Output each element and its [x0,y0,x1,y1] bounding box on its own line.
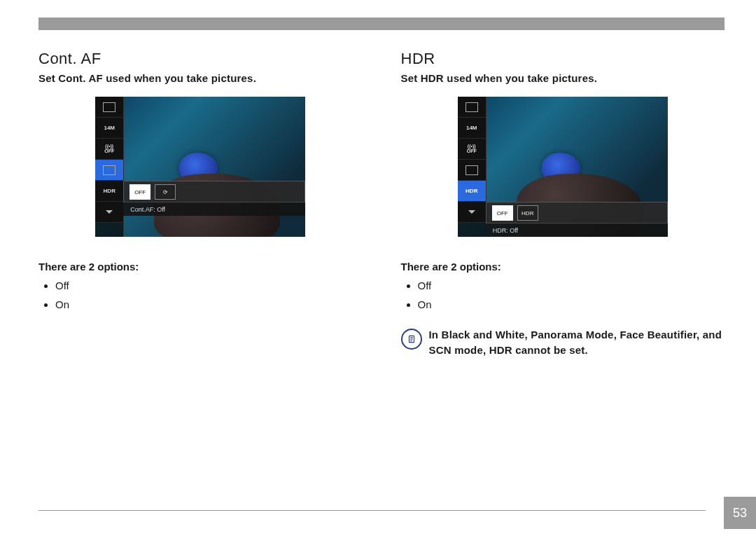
section-title-hdr: HDR [401,50,725,68]
left-column: Cont. AF Set Cont. AF used when you take… [38,50,363,358]
header-bar [38,18,724,30]
option-off: Off [55,280,363,291]
sidebar-icon-resolution: 14M [95,118,123,139]
section-title-contaf: Cont. AF [38,50,363,68]
sidebar-icon-metering [458,97,486,118]
camera-sidebar: 14M ((•))OFF HDR [95,97,124,237]
options-list: Off On [48,280,363,310]
camera-preview: 14M ((•))OFF HDR OFF HDR HDR: Off [458,97,668,237]
options-list: Off On [411,280,725,310]
section-subtitle: Set Cont. AF used when you take pictures… [38,72,363,84]
page-number: 53 [724,497,756,529]
note-icon [401,329,422,350]
sidebar-icon-resolution: 14M [458,118,486,139]
option-row: OFF ⟳ [123,181,305,203]
footer-divider [38,510,706,511]
option-caption: Cont.AF: Off [123,202,305,216]
right-column: HDR Set HDR used when you take pictures.… [401,50,725,358]
sidebar-icon-metering [95,97,123,118]
option-on: On [55,298,363,310]
option-off: Off [418,280,725,291]
camera-preview: 14M ((•))OFF HDR OFF ⟳ Cont.AF: Off [95,97,305,237]
option-contaf-off: OFF [130,184,150,200]
option-contaf-on: ⟳ [155,184,176,200]
manual-page: Cont. AF Set Cont. AF used when you take… [0,0,756,550]
note-block: In Black and White, Panorama Mode, Face … [401,327,725,358]
section-subtitle: Set HDR used when you take pictures. [401,72,725,84]
options-label: There are 2 options: [401,261,725,273]
sidebar-icon-hdr: HDR [95,181,123,202]
screenshot-contaf: 14M ((•))OFF HDR OFF ⟳ Cont.AF: Off [38,97,363,237]
content-columns: Cont. AF Set Cont. AF used when you take… [38,50,724,358]
sidebar-icon-contaf [458,160,486,181]
sidebar-icon-contaf [95,160,123,181]
sidebar-icon-down [458,202,486,223]
option-hdr-off: OFF [492,205,513,221]
option-row: OFF HDR [486,202,668,224]
sidebar-icon-wifi: ((•))OFF [458,139,486,160]
sidebar-icon-hdr: HDR [458,181,486,202]
option-on: On [418,298,725,310]
options-label: There are 2 options: [38,261,363,273]
option-caption: HDR: Off [486,223,668,237]
sidebar-icon-down [95,202,123,223]
note-text: In Black and White, Panorama Mode, Face … [429,327,725,358]
camera-sidebar: 14M ((•))OFF HDR [458,97,486,237]
option-hdr-on: HDR [517,205,538,221]
screenshot-hdr: 14M ((•))OFF HDR OFF HDR HDR: Off [401,97,725,237]
sidebar-icon-wifi: ((•))OFF [95,139,123,160]
